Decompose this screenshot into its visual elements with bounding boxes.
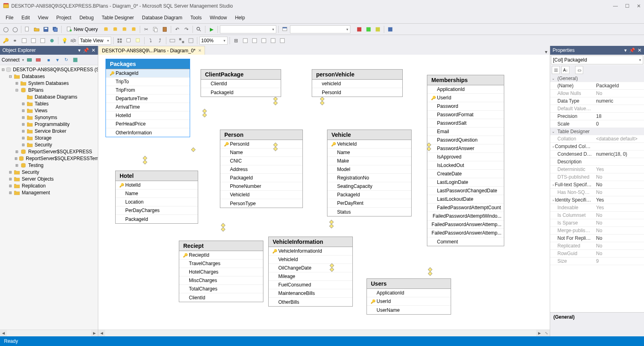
column-row[interactable]: PackageId [220,174,302,182]
column-row[interactable]: MiscCharges [179,276,263,285]
table-vehicle[interactable]: Vehicle🔑VehicleIdNameMakeModelRegistrati… [327,130,412,216]
property-value[interactable]: No [594,90,644,97]
column-row[interactable]: RegistrationNo [327,174,411,182]
column-row[interactable]: MaintenanceBills [269,289,352,298]
column-row[interactable]: 🔑PackageId [106,69,190,78]
column-row[interactable]: FailedPasswordAttemptCount [427,204,504,212]
property-value[interactable]: numeric [594,97,644,105]
table-header[interactable]: Packages [106,59,190,69]
column-row[interactable]: CreateDate [427,170,504,178]
table-memberships[interactable]: MembershipsApplicationId🔑UserIdPasswordP… [427,75,504,246]
prop-dropdown-icon[interactable]: ▾ [624,47,627,53]
column-row[interactable]: LastLoginDate [427,178,504,187]
property-row[interactable]: Default Value or B [550,105,644,113]
diagram-scroll-left[interactable]: ◀ [98,330,105,336]
property-value[interactable] [594,158,644,165]
property-row[interactable]: ReplicatedNo [550,242,644,250]
tree-views[interactable]: ⊞Views [0,107,98,114]
column-row[interactable]: 🔑UserId [427,94,504,102]
table-header[interactable]: Memberships [427,75,504,85]
column-row[interactable]: Model [327,165,411,174]
column-row[interactable]: ClientId [201,80,281,88]
column-row[interactable]: LastPasswordChangedDate [427,187,504,195]
column-row[interactable]: 🔑HotelId [116,181,198,189]
property-row[interactable]: Allow NullsNo [550,90,644,97]
close-tab-icon[interactable]: ✕ [198,48,201,53]
tree-replication[interactable]: ⊞Replication [0,182,98,189]
redo-icon[interactable]: ↷ [182,25,191,33]
column-row[interactable]: SeatingCapacity [327,182,411,191]
property-value[interactable]: 9 [594,257,644,265]
menu-tools[interactable]: Tools [186,13,206,22]
indexes-icon[interactable] [20,37,28,45]
xml-icon[interactable] [29,37,37,45]
tree-storage[interactable]: ⊞Storage [0,134,98,141]
column-row[interactable]: HotelId [106,111,190,120]
column-row[interactable]: LastLockoutDate [427,195,504,204]
filter-icon[interactable]: ▼ [54,56,61,64]
table-header[interactable]: ClientPackage [201,70,281,80]
table-header[interactable]: Person [220,130,302,140]
column-row[interactable]: PasswordQuestion [427,136,504,144]
btn-g[interactable] [269,37,277,45]
column-row[interactable]: Name [116,189,198,198]
property-value[interactable]: Yes [594,204,644,211]
property-row[interactable]: Size9 [550,257,644,265]
btn-f[interactable] [260,37,268,45]
scroll-right[interactable]: ▶ [91,330,98,336]
property-row[interactable]: DeterministicYes [550,166,644,173]
column-row[interactable]: Password [427,102,504,111]
tab-dropdown-icon[interactable]: ▾ [543,49,550,55]
property-row[interactable]: Is SparseNo [550,219,644,227]
property-value[interactable]: No [594,181,644,188]
new-icon[interactable] [23,25,31,33]
db-icon-3[interactable] [120,25,128,33]
tree-security-db[interactable]: ⊞Security [0,141,98,148]
rel-labels-icon[interactable]: ⤴ [156,37,164,45]
column-row[interactable]: FailedPasswordAnswerAttemp... [427,220,504,229]
column-row[interactable]: PersonId [312,88,402,97]
tree-service-broker[interactable]: ⊞Service Broker [0,128,98,134]
tree-reportserver[interactable]: ⊞ReportServer$SQLEXPRESS [0,148,98,155]
property-grid[interactable]: ⌄(General)(Name)PackageIdAllow NullsNoDa… [550,75,644,312]
zoom-combo[interactable]: 100% [199,37,228,45]
property-value[interactable] [594,105,644,112]
property-category[interactable]: ⌄(General) [550,75,644,82]
cut-icon[interactable]: ✂ [142,25,150,33]
column-row[interactable]: ClientId [179,293,263,302]
column-row[interactable]: PackageId [201,88,281,97]
btn-x[interactable] [72,56,79,64]
arrange-sel-icon[interactable] [187,37,195,45]
column-row[interactable]: PasswordFormat [427,111,504,119]
column-row[interactable]: 🔑RecieptId [179,251,263,260]
tree-server-objects[interactable]: ⊞Server Objects [0,175,98,182]
alphabetical-icon[interactable]: A↓ [561,66,569,74]
table-view-combo[interactable]: Table View [78,37,111,45]
column-row[interactable]: PersonType [220,199,302,208]
autosize-icon[interactable] [168,37,176,45]
column-row[interactable]: vehicleId [312,80,402,88]
property-value[interactable]: No [594,227,644,234]
categorized-icon[interactable]: ☷ [552,66,560,74]
column-row[interactable]: FuelConsumed [269,281,352,289]
diagram-canvas[interactable]: Packages🔑PackageIdTripToTripFromDepartur… [98,55,550,330]
save-icon[interactable] [42,25,50,33]
column-row[interactable]: VehicleId [269,255,352,264]
property-row[interactable]: Collation<database default> [550,135,644,143]
diagram-scroll-right[interactable]: ▶ [536,330,543,336]
menu-project[interactable]: Project [52,13,75,22]
property-value[interactable]: PackageId [594,82,644,89]
property-row[interactable]: Data Typenumeric [550,97,644,105]
property-value[interactable]: No [594,250,644,257]
btn-e[interactable] [251,37,259,45]
column-row[interactable]: UserName [367,306,451,314]
property-row[interactable]: DTS-publishedNo [550,173,644,181]
column-row[interactable]: FailedPasswordAnswerAttemp... [427,229,504,237]
find-icon[interactable] [195,25,203,33]
table-header[interactable]: Users [367,279,451,289]
column-row[interactable]: Location [116,198,198,206]
column-row[interactable]: VehicleId [220,191,302,199]
column-row[interactable]: PasswordAnswer [427,144,504,153]
table-header[interactable]: personVehicle [312,70,402,80]
spatial-icon[interactable] [48,37,56,45]
